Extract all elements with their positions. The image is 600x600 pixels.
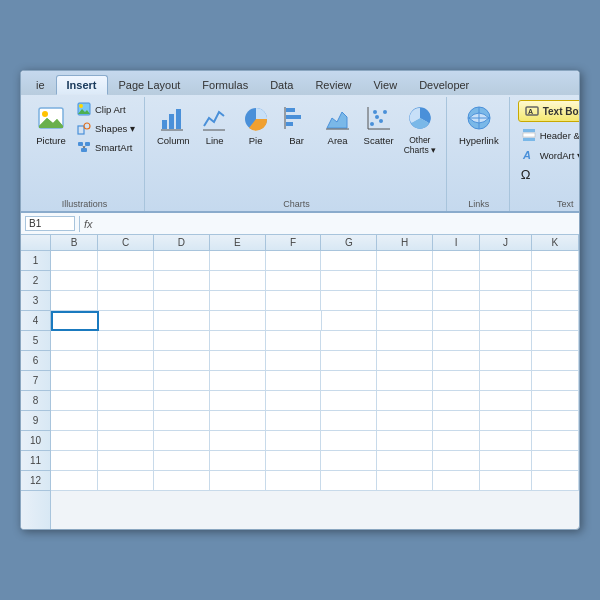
cell-H8[interactable] [377,391,433,411]
row-header-11[interactable]: 11 [21,451,50,471]
col-header-D[interactable]: D [154,235,210,250]
cell-I5[interactable] [433,331,480,351]
cell-K12[interactable] [532,471,579,491]
row-header-5[interactable]: 5 [21,331,50,351]
cell-I1[interactable] [433,251,480,271]
hyperlink-button[interactable]: Hyperlink [455,100,503,148]
cell-H7[interactable] [377,371,433,391]
cell-J2[interactable] [480,271,532,291]
col-header-I[interactable]: I [433,235,480,250]
row-header-9[interactable]: 9 [21,411,50,431]
col-header-F[interactable]: F [266,235,322,250]
cell-D3[interactable] [154,291,210,311]
col-header-G[interactable]: G [321,235,377,250]
cell-C1[interactable] [98,251,154,271]
cell-B7[interactable] [51,371,98,391]
cell-E7[interactable] [210,371,266,391]
cell-C4[interactable] [99,311,155,331]
col-header-H[interactable]: H [377,235,433,250]
cell-H5[interactable] [377,331,433,351]
cell-G12[interactable] [321,471,377,491]
cell-H3[interactable] [377,291,433,311]
cell-D11[interactable] [154,451,210,471]
tab-data[interactable]: Data [259,75,304,95]
cell-C9[interactable] [98,411,154,431]
wordart-button[interactable]: A WordArt ▾ [518,146,580,164]
row-header-6[interactable]: 6 [21,351,50,371]
cell-K5[interactable] [532,331,579,351]
cell-B3[interactable] [51,291,98,311]
cell-G11[interactable] [321,451,377,471]
tab-developer[interactable]: Developer [408,75,480,95]
tab-ie[interactable]: ie [25,75,56,95]
cell-K10[interactable] [532,431,579,451]
cell-H12[interactable] [377,471,433,491]
clip-art-button[interactable]: Clip Art [73,100,138,118]
cell-K4[interactable] [532,311,579,331]
cell-K8[interactable] [532,391,579,411]
cell-D5[interactable] [154,331,210,351]
cell-D8[interactable] [154,391,210,411]
cell-K3[interactable] [532,291,579,311]
cell-E5[interactable] [210,331,266,351]
cell-G4[interactable] [322,311,378,331]
cell-F9[interactable] [266,411,322,431]
tab-page-layout[interactable]: Page Layout [108,75,192,95]
cell-K6[interactable] [532,351,579,371]
cell-F7[interactable] [266,371,322,391]
cell-F12[interactable] [266,471,322,491]
cell-B2[interactable] [51,271,98,291]
row-header-3[interactable]: 3 [21,291,50,311]
text-box-button[interactable]: A Text Box [518,100,580,122]
cell-E4[interactable] [210,311,266,331]
cell-D4[interactable] [154,311,210,331]
cell-I3[interactable] [433,291,480,311]
name-box[interactable]: B1 [25,216,75,231]
cell-C3[interactable] [98,291,154,311]
cell-B12[interactable] [51,471,98,491]
row-header-2[interactable]: 2 [21,271,50,291]
cell-B4-selected[interactable] [51,311,99,331]
cell-J10[interactable] [480,431,532,451]
cell-B11[interactable] [51,451,98,471]
omega-button[interactable]: Ω [518,166,580,183]
col-header-J[interactable]: J [480,235,532,250]
other-charts-button[interactable]: OtherCharts ▾ [400,100,440,157]
cell-G6[interactable] [321,351,377,371]
cell-F4[interactable] [266,311,322,331]
cell-C6[interactable] [98,351,154,371]
cell-E12[interactable] [210,471,266,491]
cell-D1[interactable] [154,251,210,271]
cell-G7[interactable] [321,371,377,391]
cell-G1[interactable] [321,251,377,271]
cell-C12[interactable] [98,471,154,491]
row-header-7[interactable]: 7 [21,371,50,391]
cell-I2[interactable] [433,271,480,291]
column-chart-button[interactable]: Column [153,100,194,148]
row-header-10[interactable]: 10 [21,431,50,451]
cell-J11[interactable] [480,451,532,471]
cell-E9[interactable] [210,411,266,431]
cell-E8[interactable] [210,391,266,411]
cell-G10[interactable] [321,431,377,451]
cell-H4[interactable] [377,311,433,331]
cell-J6[interactable] [480,351,532,371]
pie-chart-button[interactable]: Pie [236,100,276,148]
cell-K2[interactable] [532,271,579,291]
cell-H9[interactable] [377,411,433,431]
cell-F5[interactable] [266,331,322,351]
row-header-1[interactable]: 1 [21,251,50,271]
col-header-C[interactable]: C [98,235,154,250]
shapes-button[interactable]: Shapes ▾ [73,119,138,137]
cell-C5[interactable] [98,331,154,351]
cell-H6[interactable] [377,351,433,371]
cell-E10[interactable] [210,431,266,451]
cell-E3[interactable] [210,291,266,311]
cell-B8[interactable] [51,391,98,411]
cell-H2[interactable] [377,271,433,291]
cell-B6[interactable] [51,351,98,371]
cell-J3[interactable] [480,291,532,311]
row-header-12[interactable]: 12 [21,471,50,491]
cell-H11[interactable] [377,451,433,471]
cell-J7[interactable] [480,371,532,391]
